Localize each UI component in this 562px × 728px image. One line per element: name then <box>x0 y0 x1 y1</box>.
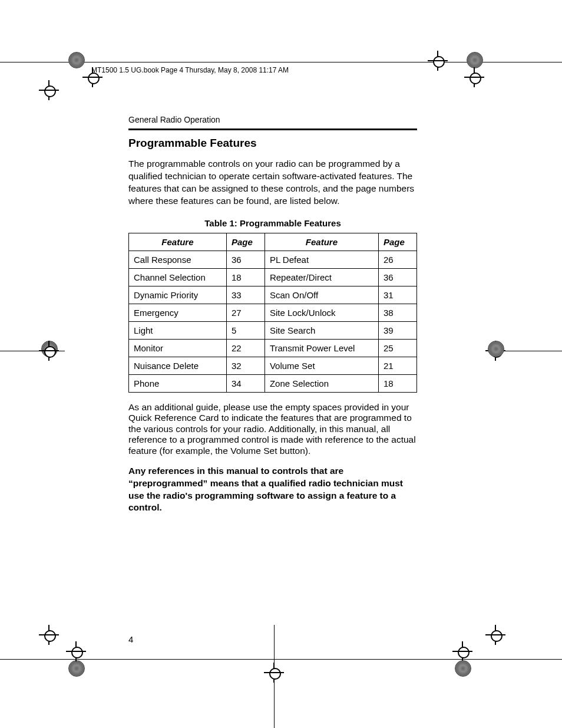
registration-mark-icon <box>41 83 77 118</box>
page-cell: 26 <box>379 251 417 268</box>
registration-mark-icon <box>455 646 490 681</box>
feature-cell: Monitor <box>129 339 227 357</box>
feature-cell: Nuisance Delete <box>129 357 227 374</box>
content-area: Programmable Features The programmable c… <box>128 137 417 514</box>
feature-cell: Volume Set <box>265 357 378 374</box>
page: MT1500 1.5 UG.book Page 4 Thursday, May … <box>0 0 562 728</box>
intro-paragraph: The programmable controls on your radio … <box>128 158 417 207</box>
registration-mark-icon <box>430 40 465 75</box>
preprogrammed-note: Any references in this manual to control… <box>128 465 417 515</box>
col-feature: Feature <box>265 233 378 251</box>
feature-cell: Channel Selection <box>129 268 227 286</box>
feature-cell: Call Response <box>129 251 227 268</box>
table-row: Nuisance Delete32Volume Set21 <box>129 357 417 374</box>
feature-cell: Phone <box>129 374 227 392</box>
feature-cell: Zone Selection <box>265 374 378 392</box>
page-cell: 36 <box>379 268 417 286</box>
feature-cell: Light <box>129 321 227 339</box>
page-header-meta: MT1500 1.5 UG.book Page 4 Thursday, May … <box>91 66 289 74</box>
page-cell: 39 <box>379 321 417 339</box>
table-row: Phone34Zone Selection18 <box>129 374 417 392</box>
feature-cell: Emergency <box>129 304 227 321</box>
page-cell: 38 <box>379 304 417 321</box>
table-row: Channel Selection18Repeater/Direct36 <box>129 268 417 286</box>
section-divider <box>128 129 417 130</box>
page-cell: 34 <box>226 374 265 392</box>
registration-mark-icon <box>68 646 104 681</box>
table-row: Light5Site Search39 <box>129 321 417 339</box>
section-header: General Radio Operation <box>128 115 220 124</box>
table-row: Emergency27Site Lock/Unlock38 <box>129 304 417 321</box>
page-cell: 32 <box>226 357 265 374</box>
page-cell: 5 <box>226 321 265 339</box>
page-cell: 27 <box>226 304 265 321</box>
table-row: Call Response36PL Defeat26 <box>129 251 417 268</box>
page-title: Programmable Features <box>128 137 417 150</box>
page-cell: 22 <box>226 339 265 357</box>
page-cell: 18 <box>226 268 265 286</box>
registration-mark-icon <box>467 48 502 84</box>
col-page: Page <box>226 233 265 251</box>
registration-mark-icon <box>258 665 293 700</box>
feature-cell: Site Search <box>265 321 378 339</box>
page-cell: 33 <box>226 286 265 304</box>
col-feature: Feature <box>129 233 227 251</box>
page-cell: 36 <box>226 251 265 268</box>
page-number: 4 <box>128 634 133 644</box>
col-page: Page <box>379 233 417 251</box>
registration-mark-icon <box>488 337 523 373</box>
feature-cell: Scan On/Off <box>265 286 378 304</box>
page-cell: 18 <box>379 374 417 392</box>
page-cell: 25 <box>379 339 417 357</box>
features-table: Feature Page Feature Page Call Response3… <box>128 233 417 393</box>
table-header-row: Feature Page Feature Page <box>129 233 417 251</box>
feature-cell: Transmit Power Level <box>265 339 378 357</box>
table-row: Dynamic Priority33Scan On/Off31 <box>129 286 417 304</box>
feature-cell: PL Defeat <box>265 251 378 268</box>
registration-mark-icon <box>488 627 523 663</box>
page-cell: 31 <box>379 286 417 304</box>
feature-cell: Dynamic Priority <box>129 286 227 304</box>
page-cell: 21 <box>379 357 417 374</box>
table-row: Monitor22Transmit Power Level25 <box>129 339 417 357</box>
registration-mark-icon <box>41 337 77 373</box>
feature-cell: Site Lock/Unlock <box>265 304 378 321</box>
feature-cell: Repeater/Direct <box>265 268 378 286</box>
table-caption: Table 1: Programmable Features <box>128 218 417 228</box>
guide-paragraph: As an additional guide, please use the e… <box>128 402 417 457</box>
